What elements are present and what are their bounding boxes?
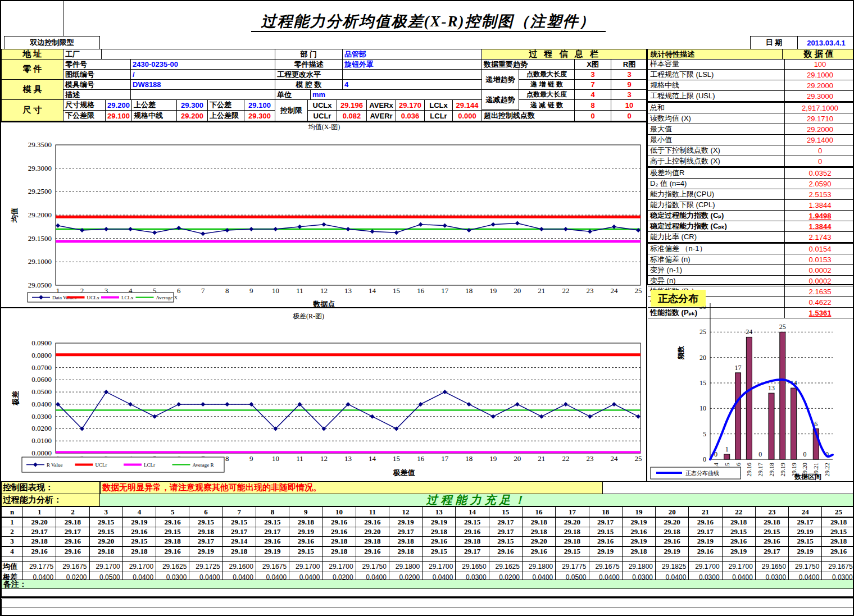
sample-cell[interactable]: 29.19 — [256, 546, 289, 556]
sample-cell[interactable]: 29.17 — [23, 527, 56, 537]
sample-cell[interactable]: 29.15 — [89, 517, 122, 527]
sample-cell[interactable]: 29.15 — [456, 517, 489, 527]
sample-cell[interactable]: 29.16 — [322, 517, 356, 527]
sample-cell[interactable]: 29.16 — [656, 537, 689, 547]
sample-cell[interactable]: 29.19 — [722, 546, 755, 556]
dept-value[interactable]: 品管部 — [342, 49, 482, 60]
sample-cell[interactable]: 29.18 — [23, 537, 56, 547]
sample-cell[interactable]: 29.18 — [356, 537, 389, 547]
sample-cell[interactable]: 29.15 — [722, 527, 755, 537]
remark-line[interactable] — [1, 599, 854, 608]
sample-cell[interactable]: 29.17 — [256, 527, 289, 537]
sample-cell[interactable]: 29.19 — [689, 537, 722, 547]
factory-value[interactable] — [101, 49, 275, 60]
sample-cell[interactable]: 29.15 — [489, 537, 522, 547]
sample-cell[interactable]: 29.18 — [122, 546, 156, 556]
part-desc-value[interactable]: 旋钮外罩 — [342, 59, 482, 70]
sample-cell[interactable]: 29.16 — [689, 517, 722, 527]
unit-value[interactable]: mm — [310, 89, 482, 100]
sample-cell[interactable]: 29.15 — [89, 527, 122, 537]
sample-cell[interactable]: 29.16 — [289, 537, 322, 547]
sample-cell[interactable]: 29.16 — [589, 537, 622, 547]
sample-cell[interactable]: 29.15 — [556, 546, 589, 556]
sample-cell[interactable]: 29.16 — [156, 546, 189, 556]
sample-cell[interactable]: 29.19 — [656, 546, 689, 556]
sample-cell[interactable]: 29.18 — [156, 537, 189, 547]
date-value[interactable]: 2013.03.4.1 — [797, 36, 854, 49]
sample-cell[interactable]: 29.19 — [423, 517, 456, 527]
sample-cell[interactable]: 29.19 — [589, 546, 622, 556]
sample-cell[interactable]: 29.14 — [222, 537, 256, 547]
sample-cell[interactable]: 29.16 — [456, 527, 489, 537]
sample-cell[interactable]: 29.20 — [356, 527, 389, 537]
sample-cell[interactable]: 29.18 — [656, 527, 689, 537]
upper-tol-value[interactable]: 29.300 — [176, 99, 208, 111]
sample-cell[interactable]: 29.17 — [189, 537, 222, 547]
sample-cell[interactable]: 29.16 — [622, 527, 655, 537]
sample-cell[interactable]: 29.16 — [755, 537, 788, 547]
sample-cell[interactable]: 29.16 — [156, 517, 189, 527]
sample-cell[interactable]: 29.19 — [789, 527, 822, 537]
sample-cell[interactable]: 29.17 — [589, 517, 622, 527]
sample-cell[interactable]: 29.15 — [289, 546, 322, 556]
sample-cell[interactable]: 29.18 — [322, 546, 356, 556]
sample-cell[interactable]: 29.18 — [456, 537, 489, 547]
sample-cell[interactable]: 29.16 — [122, 527, 156, 537]
desc-value[interactable] — [130, 89, 275, 100]
sample-cell[interactable]: 29.20 — [656, 517, 689, 527]
sample-cell[interactable]: 29.15 — [423, 546, 456, 556]
sample-cell[interactable]: 29.18 — [622, 546, 655, 556]
sample-cell[interactable]: 29.19 — [389, 517, 422, 527]
lower-tol-value[interactable]: 29.100 — [244, 99, 275, 111]
sample-cell[interactable]: 29.15 — [256, 517, 289, 527]
sample-cell[interactable]: 29.19 — [622, 517, 655, 527]
sample-cell[interactable]: 29.18 — [556, 537, 589, 547]
mold-no-value[interactable]: DW8188 — [130, 79, 275, 90]
sample-cell[interactable]: 29.16 — [356, 546, 389, 556]
sample-cell[interactable]: 29.17 — [789, 517, 822, 527]
sample-cell[interactable]: 29.19 — [289, 527, 322, 537]
part-no-value[interactable]: 2430-0235-00 — [130, 59, 275, 70]
sample-cell[interactable]: 29.17 — [489, 527, 522, 537]
sample-cell[interactable]: 29.18 — [56, 517, 89, 527]
sample-cell[interactable]: 29.16 — [722, 537, 755, 547]
sample-cell[interactable]: 29.18 — [423, 527, 456, 537]
sample-cell[interactable]: 29.18 — [222, 546, 256, 556]
sample-cell[interactable]: 29.18 — [822, 537, 854, 547]
sample-cell[interactable]: 29.18 — [522, 527, 555, 537]
sample-cell[interactable]: 29.16 — [356, 517, 389, 527]
sample-cell[interactable]: 29.18 — [722, 517, 755, 527]
sample-cell[interactable]: 29.20 — [89, 537, 122, 547]
sample-cell[interactable]: 29.18 — [389, 537, 422, 547]
sample-cell[interactable]: 29.16 — [822, 546, 854, 556]
sample-cell[interactable]: 29.20 — [556, 517, 589, 527]
sample-cell[interactable]: 29.17 — [456, 546, 489, 556]
sample-cell[interactable]: 29.18 — [556, 527, 589, 537]
sample-cell[interactable]: 29.18 — [322, 537, 356, 547]
sample-cell[interactable]: 29.17 — [489, 517, 522, 527]
sample-cell[interactable]: 29.19 — [789, 546, 822, 556]
sample-cell[interactable]: 29.17 — [222, 527, 256, 537]
sample-cell[interactable]: 29.19 — [122, 517, 156, 527]
sample-cell[interactable]: 29.15 — [755, 527, 788, 537]
sample-cell[interactable]: 29.15 — [222, 517, 256, 527]
sample-cell[interactable]: 29.16 — [689, 546, 722, 556]
sample-cell[interactable]: 29.16 — [322, 527, 356, 537]
sample-cell[interactable]: 29.18 — [755, 517, 788, 527]
remark-line[interactable] — [1, 608, 854, 616]
sample-cell[interactable]: 29.18 — [289, 517, 322, 527]
sample-cell[interactable]: 29.15 — [822, 527, 854, 537]
sample-cell[interactable]: 29.15 — [589, 527, 622, 537]
spec-value[interactable]: 29.200 — [105, 99, 132, 111]
sample-cell[interactable]: 29.16 — [256, 537, 289, 547]
sample-cell[interactable]: 29.17 — [689, 527, 722, 537]
sample-cell[interactable]: 29.20 — [23, 517, 56, 527]
drawing-value[interactable]: / — [130, 69, 275, 80]
sample-cell[interactable]: 29.16 — [23, 546, 56, 556]
sample-cell[interactable]: 29.17 — [56, 527, 89, 537]
sample-cell[interactable]: 29.18 — [89, 546, 122, 556]
cavity-value[interactable]: 4 — [342, 79, 482, 90]
sample-cell[interactable]: 29.16 — [522, 546, 555, 556]
sample-cell[interactable]: 29.19 — [189, 546, 222, 556]
sample-cell[interactable]: 29.16 — [56, 537, 89, 547]
